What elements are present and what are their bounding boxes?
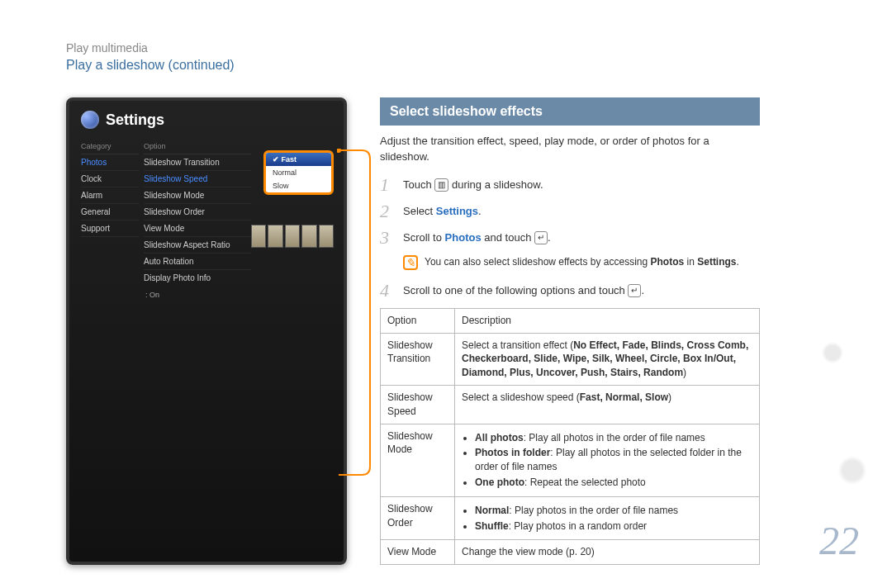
opt-desc-pre: Select a transition effect ( [462,339,573,351]
step-2-text-a: Select [403,205,436,217]
enter-icon: ↵ [534,231,548,244]
thumbnail [251,225,266,248]
step-number: 3 [380,229,395,247]
enter-icon: ↵ [628,284,641,297]
device-col-category: Category [81,139,139,154]
step-3-text-d: . [548,231,551,244]
mode-t1: : Play all photos in the order of file n… [524,432,705,443]
device-title-bar: Settings [81,111,332,129]
step-1: 1 Touch ▥ during a slideshow. [380,176,760,194]
speed-popup: Fast Normal Slow [263,150,334,195]
step-4-text-b: . [641,284,644,296]
note-text-c: in [687,256,698,268]
note-keyword-photos: Photos [651,256,685,268]
device-category[interactable]: General [81,204,139,220]
mode-b1: All photos [475,432,524,443]
opt-label: Slideshow Transition [381,333,455,385]
thumbnail-strip [251,225,334,248]
intro-text: Adjust the transition effect, speed, pla… [380,134,760,164]
table-row: Slideshow Order Normal: Play photos in t… [381,496,760,540]
table-row: Slideshow Mode All photos: Play all phot… [381,424,760,496]
opt-desc: Change the view mode (p. 20) [455,540,760,565]
table-head-desc: Description [455,308,760,333]
thumbnail [319,225,334,248]
device-category[interactable]: Photos [81,154,139,171]
order-t1: : Play photos in the order of file names [509,505,678,516]
device-option[interactable]: Slideshow Transition [144,154,251,171]
note-icon: ✎ [403,255,418,270]
step-number: 1 [380,176,395,194]
step-1-text-a: Touch [403,178,434,191]
note-text-a: You can also select slideshow effects by… [425,256,651,268]
opt-desc-post: ) [683,367,686,378]
opt-desc-pre: Select a slideshow speed ( [462,391,580,403]
device-option-value: : On [144,286,251,299]
thumbnail [301,225,316,248]
popup-item-slow[interactable]: Slow [266,179,331,192]
step-2-keyword: Settings [436,205,478,217]
step-1-text-b: during a slideshow. [452,178,543,191]
note-keyword-settings: Settings [697,256,736,268]
order-b2: Shuffle [475,520,509,532]
step-2: 2 Select Settings. [380,202,760,220]
section-subtitle: Play a slideshow (continued) [66,58,826,73]
step-3-text-c: and touch [484,231,534,244]
breadcrumb: Play multimedia [66,41,826,55]
step-number: 4 [380,282,395,300]
mode-b3: One photo [475,477,524,488]
thumbnail [285,225,300,248]
opt-desc-post: ) [668,391,671,403]
device-option[interactable]: View Mode [144,220,251,237]
step-3-text-a: Scroll to [403,231,445,244]
device-col-option: Option [144,139,251,154]
device-category[interactable]: Alarm [81,187,139,204]
step-4: 4 Scroll to one of the following options… [380,282,760,300]
step-3: 3 Scroll to Photos and touch ↵. [380,229,760,247]
step-2-text-c: . [478,205,482,217]
device-category[interactable]: Clock [81,171,139,187]
table-head-option: Option [381,308,455,333]
table-row: Slideshow Speed Select a slideshow speed… [381,385,760,424]
step-3-keyword: Photos [445,231,482,244]
popup-item-fast[interactable]: Fast [266,153,331,166]
opt-label: View Mode [381,540,455,565]
thumbnail [268,225,282,248]
opt-label: Slideshow Mode [381,424,455,496]
order-t2: : Play photos in a random order [509,520,647,532]
step-number: 2 [380,202,395,220]
order-b1: Normal [475,505,509,516]
device-option[interactable]: Slideshow Speed [144,171,251,187]
page-number: 22 [819,518,859,563]
step-4-text-a: Scroll to one of the following options a… [403,284,628,296]
opt-label: Slideshow Order [381,496,455,540]
mode-b2: Photos in folder [475,447,550,458]
device-option[interactable]: Slideshow Aspect Ratio [144,237,251,254]
menu-icon: ▥ [434,178,448,192]
opt-desc-bold: Fast, Normal, Slow [580,391,668,403]
device-category[interactable]: Support [81,220,139,237]
opt-label: Slideshow Speed [381,385,455,424]
section-banner: Select slideshow effects [380,97,760,126]
device-title: Settings [106,111,164,129]
device-option[interactable]: Slideshow Order [144,204,251,220]
device-option[interactable]: Display Photo Info [144,270,251,286]
options-table: Option Description Slideshow Transition … [380,308,760,565]
table-row: Slideshow Transition Select a transition… [381,333,760,385]
popup-item-normal[interactable]: Normal [266,166,331,179]
device-option[interactable]: Slideshow Mode [144,187,251,204]
mode-t3: : Repeat the selected photo [524,477,646,488]
table-row: View Mode Change the view mode (p. 20) [381,540,760,565]
device-screenshot: Settings Category Option Photos Slidesho… [66,97,347,565]
note-box: ✎ You can also select slideshow effects … [403,255,760,270]
gear-icon [81,111,99,129]
note-text-end: . [737,256,739,268]
device-option[interactable]: Auto Rotation [144,254,251,270]
